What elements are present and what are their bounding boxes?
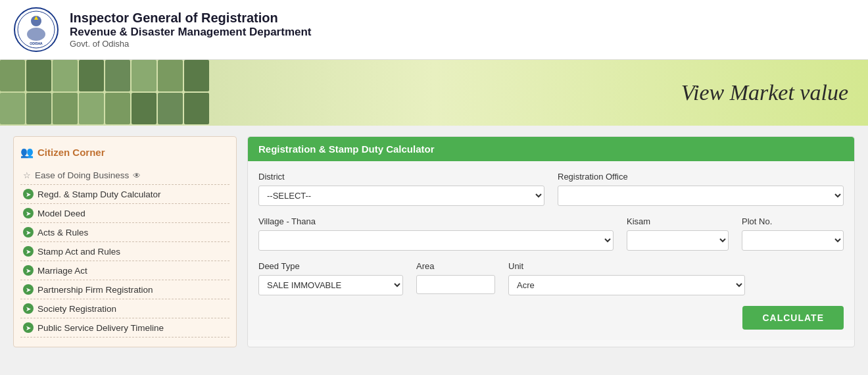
village-select[interactable] — [258, 230, 614, 251]
svg-text:ODISHA: ODISHA — [30, 41, 43, 45]
banner-title: View Market value — [681, 80, 848, 105]
sidebar-item-marriage[interactable]: ➤ Marriage Act — [20, 261, 229, 280]
area-input[interactable] — [416, 275, 495, 294]
photo-13 — [105, 93, 130, 124]
deed-select[interactable]: SALE IMMOVABLE GIFT LEASE MORTGAGE PARTI… — [258, 275, 403, 295]
photo-5 — [105, 60, 130, 91]
calc-title: Registration & Stamp Duty Calculator — [258, 143, 435, 155]
society-label: Society Registration — [37, 304, 116, 314]
district-select[interactable]: --SELECT-- Angul Balangir Cuttack Ganjam… — [258, 186, 544, 206]
photo-11 — [53, 93, 78, 124]
circle-icon-public: ➤ — [23, 322, 34, 333]
header-line3: Govt. of Odisha — [70, 39, 312, 49]
form-row-2: Village - Thana Kisam Plot No. — [258, 216, 844, 251]
reg-office-label: Registration Office — [558, 172, 844, 182]
plotno-select[interactable] — [742, 230, 844, 251]
sidebar-item-society[interactable]: ➤ Society Registration — [20, 299, 229, 318]
sidebar-item-acts-rules[interactable]: ➤ Acts & Rules — [20, 223, 229, 242]
photo-10 — [26, 93, 51, 124]
sidebar: 👥 Citizen Corner ☆ Ease of Doing Busines… — [13, 136, 237, 347]
village-label: Village - Thana — [258, 216, 614, 226]
photo-15 — [158, 93, 183, 124]
circle-icon-marriage: ➤ — [23, 265, 34, 276]
eye-icon: 👁 — [133, 171, 141, 180]
deed-group: Deed Type SALE IMMOVABLE GIFT LEASE MORT… — [258, 261, 403, 295]
reg-office-group: Registration Office — [558, 172, 844, 206]
sidebar-title: 👥 Citizen Corner — [20, 146, 229, 159]
sidebar-item-partnership[interactable]: ➤ Partnership Firm Registration — [20, 280, 229, 299]
form-row-3: Deed Type SALE IMMOVABLE GIFT LEASE MORT… — [258, 261, 844, 295]
photo-4 — [79, 60, 104, 91]
model-deed-label: Model Deed — [37, 209, 85, 218]
unit-group: Unit Acre Hectare Square Feet Square Met… — [508, 261, 844, 295]
banner-photos — [0, 60, 204, 126]
circle-icon-stamp: ➤ — [23, 246, 34, 257]
photo-6 — [132, 60, 157, 91]
sidebar-item-regd[interactable]: ➤ Regd. & Stamp Duty Calculator — [20, 185, 229, 204]
sidebar-item-stamp-act[interactable]: ➤ Stamp Act and Rules — [20, 242, 229, 261]
deed-label: Deed Type — [258, 261, 403, 271]
unit-select[interactable]: Acre Hectare Square Feet Square Meter De… — [508, 275, 745, 295]
circle-icon-partner: ➤ — [23, 284, 34, 295]
plotno-group: Plot No. — [742, 216, 844, 251]
partnership-label: Partnership Firm Registration — [37, 285, 153, 295]
star-icon: ☆ — [23, 170, 31, 180]
form-row-1: District --SELECT-- Angul Balangir Cutta… — [258, 172, 844, 206]
public-service-label: Public Service Delivery Timeline — [37, 323, 164, 333]
area-group: Area — [416, 261, 495, 294]
regd-label: Regd. & Stamp Duty Calculator — [37, 189, 161, 199]
ease-label: Ease of Doing Business — [35, 170, 129, 180]
plotno-label: Plot No. — [742, 216, 844, 226]
circle-icon-regd: ➤ — [23, 189, 34, 199]
kisam-label: Kisam — [627, 216, 729, 226]
header-line2: Revenue & Disaster Management Department — [70, 26, 312, 39]
kisam-group: Kisam — [627, 216, 729, 251]
btn-row: CALCULATE — [258, 306, 844, 330]
district-group: District --SELECT-- Angul Balangir Cutta… — [258, 172, 544, 206]
calc-body: District --SELECT-- Angul Balangir Cutta… — [248, 161, 854, 340]
photo-14 — [132, 93, 157, 124]
header-line1: Inspector General of Registration — [70, 11, 312, 26]
marriage-label: Marriage Act — [37, 266, 87, 276]
logo: ODISHA — [13, 7, 59, 53]
sidebar-title-text: Citizen Corner — [37, 147, 105, 158]
main-content: 👥 Citizen Corner ☆ Ease of Doing Busines… — [0, 126, 868, 358]
photo-7 — [158, 60, 183, 91]
photo-12 — [79, 93, 104, 124]
photo-2 — [26, 60, 51, 91]
header-text: Inspector General of Registration Revenu… — [70, 11, 312, 49]
calculator-panel: Registration & Stamp Duty Calculator Dis… — [247, 136, 855, 347]
calculate-button[interactable]: CALCULATE — [742, 306, 844, 330]
unit-label: Unit — [508, 261, 844, 271]
citizen-icon: 👥 — [20, 146, 34, 159]
kisam-select[interactable] — [627, 230, 729, 251]
banner: View Market value — [0, 60, 868, 126]
photo-16 — [184, 93, 209, 124]
acts-rules-label: Acts & Rules — [37, 228, 88, 238]
sidebar-item-model-deed[interactable]: ➤ Model Deed — [20, 204, 229, 223]
circle-icon-society: ➤ — [23, 303, 34, 314]
stamp-act-label: Stamp Act and Rules — [37, 247, 120, 257]
reg-office-select[interactable] — [558, 186, 844, 206]
svg-point-3 — [27, 28, 45, 41]
photo-1 — [0, 60, 25, 91]
circle-icon-model: ➤ — [23, 208, 34, 218]
photo-8 — [184, 60, 209, 91]
circle-icon-acts: ➤ — [23, 227, 34, 238]
header: ODISHA Inspector General of Registration… — [0, 0, 868, 60]
village-group: Village - Thana — [258, 216, 614, 251]
calc-header: Registration & Stamp Duty Calculator — [248, 137, 854, 161]
photo-3 — [53, 60, 78, 91]
photo-9 — [0, 93, 25, 124]
district-label: District — [258, 172, 544, 182]
sidebar-item-public-service[interactable]: ➤ Public Service Delivery Timeline — [20, 318, 229, 338]
area-label: Area — [416, 261, 495, 271]
sidebar-item-ease[interactable]: ☆ Ease of Doing Business 👁 — [20, 166, 229, 185]
